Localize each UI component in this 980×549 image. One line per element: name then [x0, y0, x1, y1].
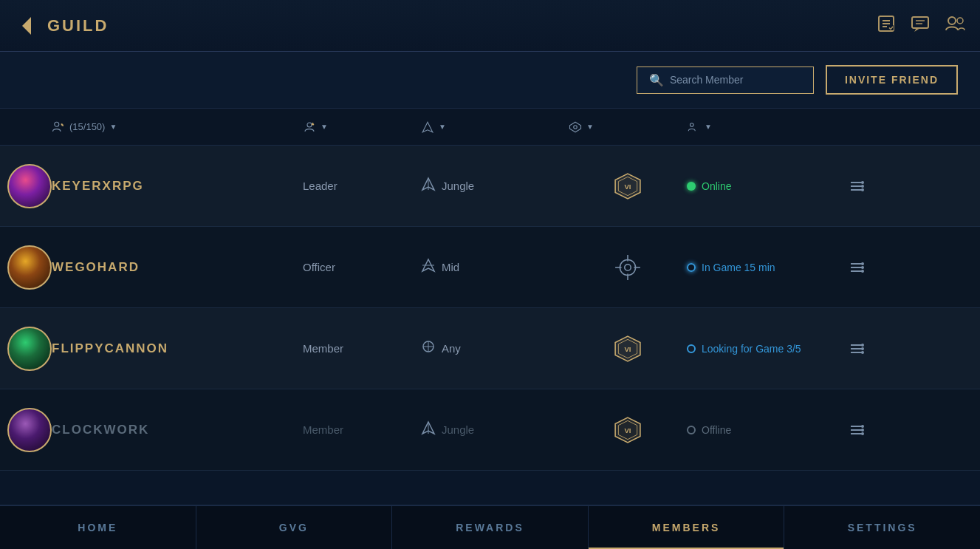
status-text: Online — [702, 180, 731, 192]
back-button[interactable] — [15, 14, 38, 38]
member-rank: VI — [569, 416, 687, 444]
svg-point-51 — [861, 347, 864, 350]
member-row: WEGOHARD Officer Mid In Game 15 min — [0, 227, 980, 308]
members-list: KEYERXRPG Leader Jungle VI Online — [0, 146, 980, 471]
avatar — [7, 164, 52, 208]
member-name: KEYERXRPG — [52, 179, 303, 194]
header-icons — [877, 14, 965, 38]
header: GUILD — [0, 0, 980, 52]
member-row: KEYERXRPG Leader Jungle VI Online — [0, 146, 980, 227]
member-avatar — [0, 408, 52, 452]
svg-point-50 — [861, 344, 864, 347]
svg-point-13 — [307, 123, 312, 127]
nav-item-settings[interactable]: SETTINGS — [784, 506, 980, 549]
member-lane: Jungle — [421, 177, 569, 195]
member-avatar — [0, 164, 52, 208]
search-icon: 🔍 — [649, 73, 664, 87]
svg-point-52 — [861, 351, 864, 354]
bottom-nav: HOMEGVGREWARDSMEMBERSSETTINGS — [0, 505, 980, 549]
nav-item-gvg[interactable]: GVG — [196, 506, 393, 549]
svg-marker-14 — [312, 123, 314, 125]
nav-item-rewards[interactable]: REWARDS — [392, 506, 589, 549]
rank-badge: VI — [614, 335, 642, 363]
member-lane: Any — [421, 339, 569, 358]
member-rank — [569, 253, 687, 282]
column-headers: (15/150) ▼ ▼ ▼ ▼ ▼ — [0, 109, 980, 146]
svg-point-11 — [957, 18, 963, 24]
svg-point-39 — [861, 266, 864, 269]
status-text: Offline — [702, 424, 731, 436]
member-status: Offline — [687, 424, 835, 436]
avatar — [7, 327, 52, 371]
svg-point-12 — [55, 122, 59, 126]
guild-title: GUILD — [47, 16, 109, 35]
member-menu-button[interactable] — [835, 178, 879, 194]
svg-point-62 — [861, 432, 864, 435]
member-lane: Mid — [421, 258, 569, 276]
friends-icon[interactable] — [945, 14, 965, 38]
status-text: Looking for Game 3/5 — [702, 343, 801, 355]
svg-text:VI: VI — [625, 426, 631, 434]
nav-item-members[interactable]: MEMBERS — [589, 506, 785, 549]
avatar — [7, 408, 52, 452]
svg-point-16 — [574, 125, 578, 129]
svg-point-10 — [948, 17, 956, 24]
status-dot — [687, 263, 696, 272]
member-row: CLOCKWORK Member Jungle VI Offline — [0, 389, 980, 471]
lane-icon — [421, 339, 436, 358]
top-bar: 🔍 INVITE FRIEND — [0, 52, 980, 109]
col-rank[interactable]: ▼ — [569, 120, 687, 134]
lane-icon — [421, 258, 436, 276]
checklist-icon[interactable] — [877, 14, 896, 38]
svg-point-29 — [620, 259, 635, 275]
col-status[interactable]: ▼ — [687, 120, 835, 134]
status-dot — [687, 426, 696, 434]
rank-badge: VI — [614, 416, 642, 444]
col-role[interactable]: ▼ — [303, 120, 421, 134]
member-name: FLIPPYCANNON — [52, 341, 303, 356]
member-role: Leader — [303, 180, 421, 192]
member-row: FLIPPYCANNON Member Any VI Looking for G… — [0, 308, 980, 389]
svg-point-38 — [861, 262, 864, 265]
member-name: CLOCKWORK — [52, 423, 303, 437]
nav-item-home[interactable]: HOME — [0, 506, 196, 549]
rank-badge: VI — [614, 172, 642, 200]
member-avatar — [0, 327, 52, 371]
col-lane[interactable]: ▼ — [421, 120, 569, 134]
svg-point-60 — [861, 425, 864, 428]
member-role: Member — [303, 342, 421, 355]
avatar — [7, 245, 52, 290]
svg-point-61 — [861, 429, 864, 432]
svg-rect-6 — [912, 17, 928, 28]
col-members[interactable]: (15/150) ▼ — [52, 120, 303, 134]
search-input[interactable] — [670, 74, 801, 86]
svg-marker-0 — [22, 17, 31, 35]
svg-text:VI: VI — [625, 345, 631, 353]
chat-icon[interactable] — [911, 14, 930, 38]
svg-point-17 — [691, 123, 694, 126]
member-menu-button[interactable] — [835, 341, 879, 357]
svg-text:VI: VI — [625, 183, 631, 191]
member-avatar — [0, 245, 52, 290]
member-status: Looking for Game 3/5 — [687, 343, 835, 355]
member-lane: Jungle — [421, 420, 569, 439]
status-dot — [687, 344, 696, 353]
svg-marker-15 — [570, 122, 581, 132]
member-status: In Game 15 min — [687, 262, 835, 273]
member-rank: VI — [569, 335, 687, 363]
member-name: WEGOHARD — [52, 260, 303, 275]
member-role: Officer — [303, 261, 421, 273]
invite-friend-button[interactable]: INVITE FRIEND — [826, 65, 958, 95]
member-menu-button[interactable] — [835, 422, 879, 438]
svg-point-30 — [625, 264, 631, 270]
search-container: 🔍 — [637, 67, 814, 94]
member-menu-button[interactable] — [835, 259, 879, 276]
lane-icon — [421, 420, 436, 439]
lane-icon — [421, 177, 436, 195]
svg-point-27 — [861, 188, 864, 191]
member-role: Member — [303, 423, 421, 436]
svg-point-26 — [861, 185, 864, 188]
svg-point-25 — [861, 181, 864, 184]
status-text: In Game 15 min — [702, 262, 775, 273]
rank-badge — [614, 253, 642, 282]
